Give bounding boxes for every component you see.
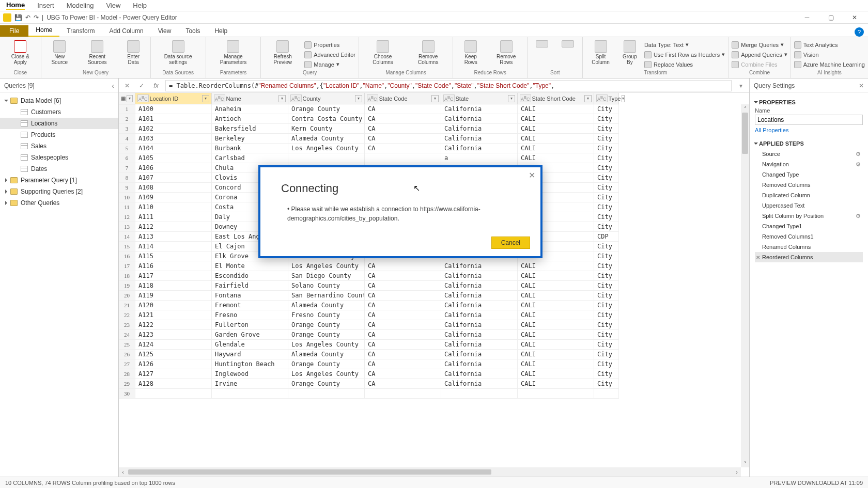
grid-cell[interactable]: Escondido (212, 271, 288, 281)
grid-cell[interactable] (288, 389, 365, 399)
keep-rows-button[interactable]: Keep Rows (456, 39, 485, 70)
formula-expand-button[interactable]: ▾ (736, 81, 746, 91)
grid-cell[interactable]: CALI (518, 301, 594, 310)
help-icon[interactable]: ? (855, 27, 864, 37)
grid-cell[interactable]: CA (365, 124, 441, 134)
ribbon-tab-file[interactable]: File (0, 25, 28, 37)
grid-cell[interactable]: A113 (135, 232, 212, 242)
grid-cell[interactable]: A104 (135, 144, 212, 153)
hscroll-thumb[interactable] (128, 469, 491, 475)
grid-cell[interactable]: Alameda County (288, 134, 365, 144)
row-header[interactable]: 7 (119, 163, 135, 173)
dialog-close-button[interactable]: ✕ (529, 170, 535, 180)
grid-cell[interactable]: Fresno (212, 310, 288, 320)
grid-cell[interactable]: City (594, 212, 619, 222)
row-header[interactable]: 22 (119, 310, 135, 320)
grid-cell[interactable]: City (594, 369, 619, 379)
column-header[interactable]: ABCState Short Code▾ (518, 93, 594, 104)
new-source-button[interactable]: New Source (44, 39, 75, 70)
grid-cell[interactable]: City (594, 350, 619, 359)
grid-cell[interactable]: A109 (135, 193, 212, 202)
data-source-settings-button[interactable]: Data source settings (154, 39, 203, 70)
grid-cell[interactable]: California (441, 330, 518, 340)
applied-step[interactable]: Changed Type (755, 169, 863, 180)
applied-step[interactable]: Uppercased Text (755, 200, 863, 211)
grid-cell[interactable]: CA (365, 330, 441, 340)
grid-cell[interactable]: Fresno County (288, 310, 365, 320)
grid-cell[interactable]: Berkeley (212, 134, 288, 144)
ribbon-tab-help[interactable]: Help (207, 25, 235, 37)
formula-input[interactable]: = Table.ReorderColumns(#"Renamed Columns… (165, 80, 732, 91)
grid-cell[interactable]: CALI (518, 261, 594, 271)
grid-cell[interactable]: Inglewood (212, 369, 288, 379)
row-header[interactable]: 12 (119, 212, 135, 222)
grid-cell[interactable]: City (594, 379, 619, 389)
menu-home[interactable]: Home (6, 1, 25, 10)
data-type-dropdown[interactable]: Data Type: Text ▾ (644, 40, 725, 50)
grid-cell[interactable]: City (594, 202, 619, 212)
step-gear-icon[interactable]: ⚙ (856, 151, 861, 158)
grid-cell[interactable]: A101 (135, 114, 212, 124)
grid-cell[interactable]: A114 (135, 242, 212, 251)
applied-step[interactable]: Navigation⚙ (755, 159, 863, 169)
azure-ml-button[interactable]: Azure Machine Learning (794, 60, 865, 69)
choose-columns-button[interactable]: Choose Columns (362, 39, 404, 70)
grid-cell[interactable]: City (594, 134, 619, 144)
ribbon-tab-home[interactable]: Home (28, 24, 59, 37)
grid-cell[interactable]: Bakersfield (212, 124, 288, 134)
grid-cell[interactable]: City (594, 173, 619, 183)
grid-cell[interactable]: San Diego County (288, 271, 365, 281)
grid-cell[interactable]: Glendale (212, 340, 288, 350)
row-header[interactable]: 13 (119, 222, 135, 232)
grid-cell[interactable]: CA (365, 134, 441, 144)
grid-cell[interactable]: A112 (135, 222, 212, 232)
grid-cell[interactable]: California (441, 301, 518, 310)
qat-save-icon[interactable]: 💾 (14, 14, 22, 21)
grid-cell[interactable]: California (441, 320, 518, 330)
grid-cell[interactable] (212, 389, 288, 399)
grid-cell[interactable]: City (594, 340, 619, 350)
grid-cell[interactable]: A103 (135, 134, 212, 144)
grid-cell[interactable]: A119 (135, 291, 212, 301)
sort-asc-button[interactable] (531, 39, 553, 70)
window-minimize-button[interactable]: ─ (797, 12, 817, 23)
grid-cell[interactable]: CA (365, 261, 441, 271)
row-header[interactable]: 6 (119, 153, 135, 163)
grid-cell[interactable]: City (594, 301, 619, 310)
grid-cell[interactable] (288, 153, 365, 163)
grid-cell[interactable]: CA (365, 359, 441, 369)
row-header[interactable]: 5 (119, 144, 135, 153)
manage-query-button[interactable]: Manage ▾ (304, 60, 355, 69)
grid-cell[interactable]: Burbank (212, 144, 288, 153)
grid-cell[interactable]: A102 (135, 124, 212, 134)
grid-cell[interactable]: City (594, 144, 619, 153)
horizontal-scrollbar[interactable]: ‹ › (119, 467, 741, 477)
grid-cell[interactable]: City (594, 310, 619, 320)
column-header[interactable]: ABCType▾ (594, 93, 619, 104)
grid-cell[interactable]: Kern County (288, 124, 365, 134)
scroll-up-icon[interactable]: ˄ (741, 104, 749, 113)
applied-step[interactable]: Removed Columns1 (755, 231, 863, 242)
grid-cell[interactable] (365, 389, 441, 399)
row-header[interactable]: 4 (119, 134, 135, 144)
grid-cell[interactable]: City (594, 330, 619, 340)
grid-cell[interactable]: A105 (135, 153, 212, 163)
grid-cell[interactable]: Solano County (288, 281, 365, 291)
grid-cell[interactable]: CA (365, 301, 441, 310)
vision-button[interactable]: Vision (794, 50, 865, 59)
grid-cell[interactable]: CALI (518, 134, 594, 144)
properties-section[interactable]: PROPERTIES (755, 99, 863, 105)
grid-cell[interactable]: Hayward (212, 350, 288, 359)
grid-cell[interactable]: CA (365, 114, 441, 124)
grid-cell[interactable]: City (594, 153, 619, 163)
grid-cell[interactable]: CA (365, 320, 441, 330)
first-row-headers-button[interactable]: Use First Row as Headers ▾ (644, 50, 725, 59)
query-folder[interactable]: Data Model [6] (0, 95, 118, 106)
row-header[interactable]: 17 (119, 261, 135, 271)
grid-cell[interactable]: CA (365, 310, 441, 320)
sort-desc-button[interactable] (556, 39, 579, 70)
grid-cell[interactable]: California (441, 271, 518, 281)
query-item[interactable]: Dates (0, 163, 118, 175)
grid-cell[interactable]: California (441, 134, 518, 144)
grid-cell[interactable]: California (441, 114, 518, 124)
